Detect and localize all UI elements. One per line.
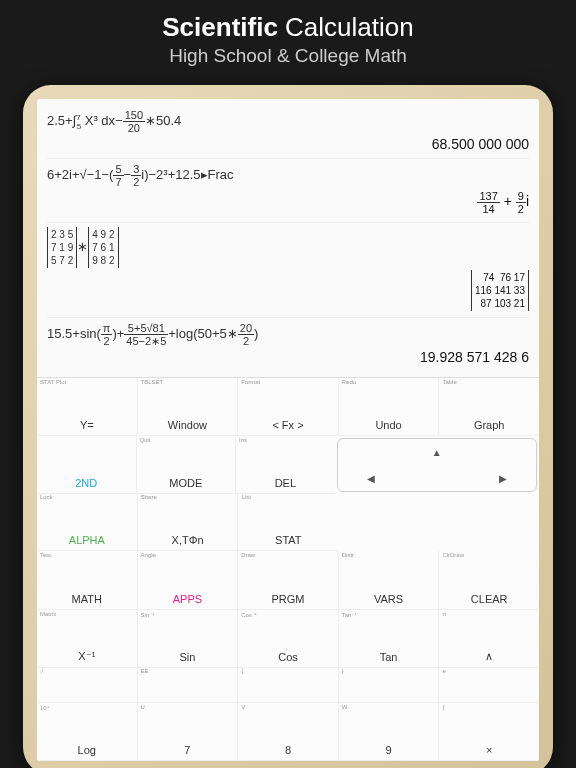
key-superscript: Table bbox=[442, 379, 456, 385]
key-math[interactable]: TestMATH bbox=[37, 551, 138, 609]
key-label: Graph bbox=[474, 419, 505, 431]
key-sym[interactable]: [× bbox=[439, 703, 539, 761]
key-superscript: STAT Plot bbox=[40, 379, 66, 385]
key-sym[interactable]: { bbox=[238, 668, 339, 703]
key-label: 2ND bbox=[75, 477, 97, 489]
calculator-screen: 2.5+∫75 X³ dx−15020∗50.4 68.500 000 000 … bbox=[37, 99, 539, 761]
expression: 6+2i+√−1−(57−32i)−2³+12.5▸Frac bbox=[47, 163, 529, 188]
key-superscript: Tan⁻¹ bbox=[342, 611, 357, 618]
key-label: STAT bbox=[275, 534, 301, 546]
key-fx[interactable]: Format< Fx > bbox=[238, 378, 339, 436]
key-label: APPS bbox=[173, 593, 202, 605]
expression: 2.5+∫75 X³ dx−15020∗50.4 bbox=[47, 109, 529, 134]
key-sin[interactable]: Sin⁻¹Sin bbox=[138, 610, 239, 668]
key-superscript: Lock bbox=[40, 494, 53, 500]
history-row: 15.5+sin(π2)+5+5√8145−2∗5+log(50+5∗202) … bbox=[47, 318, 529, 371]
expression: 15.5+sin(π2)+5+5√8145−2∗5+log(50+5∗202) bbox=[47, 322, 529, 347]
hero-subtitle: High School & College Math bbox=[0, 45, 576, 67]
key-sym[interactable]: EE bbox=[138, 668, 239, 703]
key-superscript: 10ˣ bbox=[40, 704, 50, 711]
key-superscript: Ins bbox=[239, 437, 247, 443]
key-superscript: List bbox=[241, 494, 250, 500]
key-window[interactable]: TBLSETWindow bbox=[138, 378, 239, 436]
key-apps[interactable]: AngleAPPS bbox=[138, 551, 239, 609]
key-superscript: Cos⁻¹ bbox=[241, 611, 257, 618]
key-superscript: Matrix bbox=[40, 611, 56, 617]
key-label: ALPHA bbox=[69, 534, 105, 546]
key-clear[interactable]: ClrDrawCLEAR bbox=[439, 551, 539, 609]
key-del[interactable]: InsDEL bbox=[236, 436, 335, 494]
key-label: X⁻¹ bbox=[78, 650, 95, 663]
key-label: CLEAR bbox=[471, 593, 508, 605]
key-superscript: [ bbox=[442, 704, 444, 710]
key-superscript: Test bbox=[40, 552, 51, 558]
key-alpha[interactable]: LockALPHA bbox=[37, 493, 138, 551]
key-label: Window bbox=[168, 419, 207, 431]
key-superscript: V bbox=[241, 704, 245, 710]
key-superscript: TBLSET bbox=[141, 379, 164, 385]
key-superscript: U bbox=[141, 704, 145, 710]
key-label: 7 bbox=[184, 744, 190, 756]
hero-title: Scientific Calculation bbox=[0, 12, 576, 43]
key-superscript: ClrDraw bbox=[442, 552, 464, 558]
key-label: Tan bbox=[380, 651, 398, 663]
key-y[interactable]: STAT PlotY= bbox=[37, 378, 138, 436]
key-sym[interactable]: π∧ bbox=[439, 610, 539, 668]
key-cos[interactable]: Cos⁻¹Cos bbox=[238, 610, 339, 668]
key-superscript: π bbox=[442, 611, 446, 617]
key-8[interactable]: V8 bbox=[238, 703, 339, 761]
arrow-left-icon[interactable]: ◀ bbox=[338, 465, 404, 491]
key-sym[interactable]: } bbox=[339, 668, 440, 703]
history-panel: 2.5+∫75 X³ dx−15020∗50.4 68.500 000 000 … bbox=[37, 99, 539, 377]
history-row: 2.5+∫75 X³ dx−15020∗50.4 68.500 000 000 bbox=[47, 105, 529, 159]
key-superscript: { bbox=[241, 668, 243, 674]
dpad[interactable]: ▲ ◀ ▶ bbox=[337, 438, 537, 492]
key-label: 9 bbox=[386, 744, 392, 756]
key-x[interactable]: MatrixX⁻¹ bbox=[37, 610, 138, 668]
key-log[interactable]: 10ˣLog bbox=[37, 703, 138, 761]
result: 19.928 571 428 6 bbox=[47, 349, 529, 365]
result: 74 76 17116 141 3387 103 21 bbox=[47, 270, 529, 311]
key-superscript: Sin⁻¹ bbox=[141, 611, 155, 618]
key-superscript: e bbox=[442, 668, 445, 674]
key-mode[interactable]: QuitMODE bbox=[137, 436, 237, 494]
key-label: PRGM bbox=[271, 593, 304, 605]
key-sym[interactable]: e bbox=[439, 668, 539, 703]
key-superscript: √ bbox=[40, 668, 43, 674]
key-x[interactable]: √ bbox=[37, 668, 138, 703]
key-tan[interactable]: Tan⁻¹Tan bbox=[339, 610, 440, 668]
arrow-right-icon[interactable]: ▶ bbox=[470, 465, 536, 491]
keypad: STAT PlotY=TBLSETWindowFormat< Fx >RedoU… bbox=[37, 377, 539, 761]
key-superscript: Quit bbox=[140, 437, 151, 443]
key-stat[interactable]: ListSTAT bbox=[238, 493, 338, 551]
key-superscript: } bbox=[342, 668, 344, 674]
history-row: 2 3 57 1 95 7 2∗4 9 27 6 19 8 2 74 76 17… bbox=[47, 223, 529, 318]
arrow-up-icon[interactable]: ▲ bbox=[404, 439, 470, 465]
key-prgm[interactable]: DrawPRGM bbox=[238, 551, 339, 609]
key-superscript: Angle bbox=[141, 552, 156, 558]
key-7[interactable]: U7 bbox=[138, 703, 239, 761]
key-2nd[interactable]: 2ND bbox=[37, 436, 137, 494]
key-vars[interactable]: DistrVARS bbox=[339, 551, 440, 609]
key-label: Y= bbox=[80, 419, 94, 431]
key-graph[interactable]: TableGraph bbox=[439, 378, 539, 436]
key-superscript: Share bbox=[141, 494, 157, 500]
key-superscript: Format bbox=[241, 379, 260, 385]
key-label: ∧ bbox=[485, 650, 493, 663]
key-label: Undo bbox=[375, 419, 401, 431]
key-label: Sin bbox=[179, 651, 195, 663]
key-superscript: Redo bbox=[342, 379, 356, 385]
key-label: VARS bbox=[374, 593, 403, 605]
key-xtn[interactable]: ShareX,TΦn bbox=[138, 493, 239, 551]
key-undo[interactable]: RedoUndo bbox=[339, 378, 440, 436]
key-label: Cos bbox=[278, 651, 298, 663]
key-label: 8 bbox=[285, 744, 291, 756]
result: 13714 + 92i bbox=[47, 190, 529, 215]
key-label: X,TΦn bbox=[172, 534, 204, 546]
history-row: 6+2i+√−1−(57−32i)−2³+12.5▸Frac 13714 + 9… bbox=[47, 159, 529, 222]
key-superscript: EE bbox=[141, 668, 149, 674]
tablet-frame: 2.5+∫75 X³ dx−15020∗50.4 68.500 000 000 … bbox=[23, 85, 553, 768]
key-9[interactable]: W9 bbox=[339, 703, 440, 761]
key-label: Log bbox=[78, 744, 96, 756]
key-label: DEL bbox=[275, 477, 296, 489]
